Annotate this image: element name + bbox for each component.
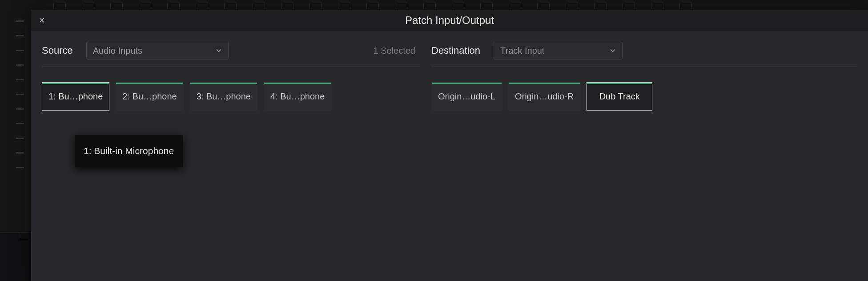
source-label: Source	[42, 45, 73, 56]
close-icon: ×	[39, 15, 45, 26]
track-headers	[16, 20, 27, 228]
destination-dropdown[interactable]: Track Input	[494, 42, 623, 59]
source-card-tooltip: 1: Built-in Microphone	[75, 135, 183, 167]
destination-header-row: Destination Track Input	[431, 42, 857, 67]
card-label: 3: Bu…phone	[197, 91, 251, 102]
source-dropdown-value: Audio Inputs	[93, 46, 142, 56]
source-dropdown[interactable]: Audio Inputs	[86, 42, 229, 59]
source-card-4[interactable]: 4: Bu…phone	[264, 82, 331, 111]
card-label: Dub Track	[599, 91, 640, 102]
card-stripe	[116, 83, 183, 84]
chevron-down-icon	[216, 47, 222, 54]
card-label: Origin…udio-L	[438, 91, 495, 102]
card-label: 4: Bu…phone	[270, 91, 325, 102]
card-label: 2: Bu…phone	[122, 91, 177, 102]
destination-card-2[interactable]: Origin…udio-R	[508, 82, 580, 111]
card-label: Origin…udio-R	[515, 91, 574, 102]
destination-cards: Origin…udio-L Origin…udio-R Dub Track	[431, 82, 857, 111]
source-section: Source Audio Inputs 1 Selected 1: Bu…pho…	[42, 42, 420, 111]
destination-dropdown-value: Track Input	[500, 46, 544, 56]
source-card-1[interactable]: 1: Bu…phone	[42, 82, 109, 111]
destination-card-3[interactable]: Dub Track	[587, 82, 652, 111]
destination-label: Destination	[431, 45, 480, 56]
card-stripe	[509, 83, 580, 84]
modal-body: Source Audio Inputs 1 Selected 1: Bu…pho…	[31, 31, 868, 111]
card-stripe	[264, 83, 331, 84]
chevron-down-icon	[610, 47, 616, 54]
modal-title: Patch Input/Output	[405, 14, 494, 27]
card-stripe	[190, 83, 257, 84]
card-stripe	[42, 83, 109, 84]
card-stripe	[432, 83, 502, 84]
source-cards: 1: Bu…phone 2: Bu…phone 3: Bu…phone 4: B…	[42, 82, 420, 111]
card-stripe	[587, 83, 652, 84]
close-button[interactable]: ×	[31, 10, 52, 31]
source-card-3[interactable]: 3: Bu…phone	[190, 82, 257, 111]
destination-section: Destination Track Input Origin…udio-L Or…	[431, 42, 857, 111]
source-selected-count: 1 Selected	[373, 46, 420, 56]
card-label: 1: Bu…phone	[48, 91, 103, 102]
source-card-2[interactable]: 2: Bu…phone	[116, 82, 183, 111]
destination-card-1[interactable]: Origin…udio-L	[431, 82, 502, 111]
modal-header: × Patch Input/Output	[31, 10, 868, 31]
source-header-row: Source Audio Inputs 1 Selected	[42, 42, 420, 67]
timeline-top-marks	[0, 0, 868, 11]
patch-io-modal: × Patch Input/Output Source Audio Inputs…	[31, 10, 868, 281]
